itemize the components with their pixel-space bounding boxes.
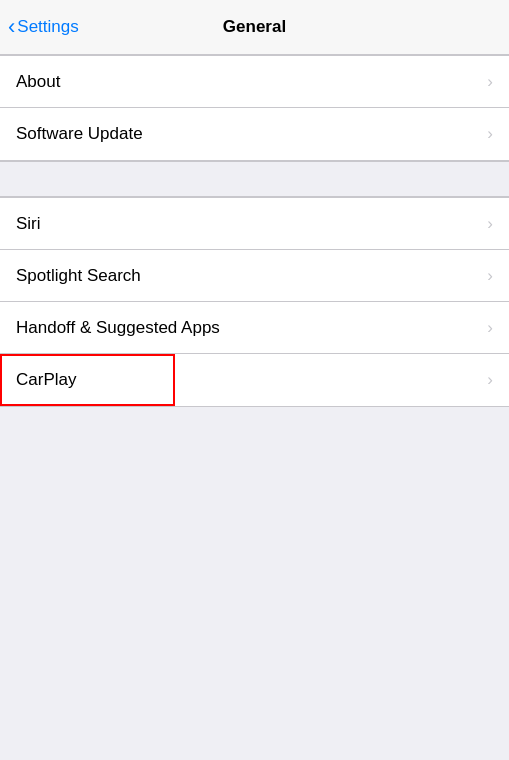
settings-item-carplay[interactable]: CarPlay › xyxy=(0,354,509,406)
software-update-label: Software Update xyxy=(16,124,143,144)
settings-group-2: Siri › Spotlight Search › Handoff & Sugg… xyxy=(0,197,509,407)
settings-item-spotlight-search[interactable]: Spotlight Search › xyxy=(0,250,509,302)
spotlight-search-label: Spotlight Search xyxy=(16,266,141,286)
about-chevron-icon: › xyxy=(487,72,493,92)
back-button[interactable]: ‹ Settings xyxy=(8,16,79,38)
carplay-label: CarPlay xyxy=(16,370,76,390)
back-chevron-icon: ‹ xyxy=(8,16,15,38)
carplay-chevron-icon: › xyxy=(487,370,493,390)
list-container-2: Siri › Spotlight Search › Handoff & Sugg… xyxy=(0,197,509,407)
navigation-bar: ‹ Settings General xyxy=(0,0,509,55)
settings-item-software-update[interactable]: Software Update › xyxy=(0,108,509,160)
about-label: About xyxy=(16,72,60,92)
handoff-label: Handoff & Suggested Apps xyxy=(16,318,220,338)
software-update-chevron-icon: › xyxy=(487,124,493,144)
back-label: Settings xyxy=(17,17,78,37)
settings-group-1: About › Software Update › xyxy=(0,55,509,161)
settings-item-about[interactable]: About › xyxy=(0,56,509,108)
siri-chevron-icon: › xyxy=(487,214,493,234)
settings-item-siri[interactable]: Siri › xyxy=(0,198,509,250)
section-separator xyxy=(0,161,509,197)
siri-label: Siri xyxy=(16,214,41,234)
spotlight-chevron-icon: › xyxy=(487,266,493,286)
settings-item-handoff[interactable]: Handoff & Suggested Apps › xyxy=(0,302,509,354)
list-container-1: About › Software Update › xyxy=(0,55,509,161)
handoff-chevron-icon: › xyxy=(487,318,493,338)
page-title: General xyxy=(223,17,286,37)
